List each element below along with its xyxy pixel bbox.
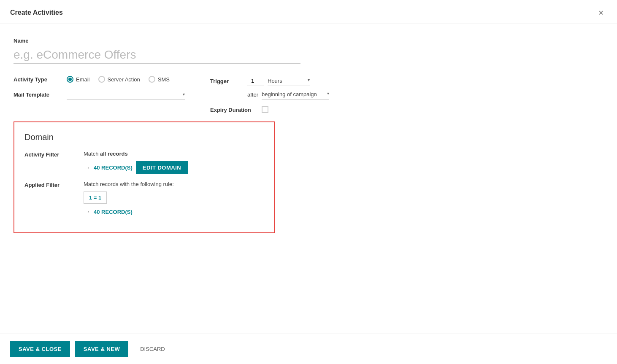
radio-server-action-label: Server Action [108,76,140,83]
mail-template-select-wrapper[interactable]: ▾ [67,89,185,100]
radio-sms[interactable]: SMS [149,76,170,83]
mail-template-select[interactable] [67,91,183,97]
modal-header: Create Activities × [0,0,617,24]
activity-filter-match-text: Match all records [84,151,188,157]
activity-filter-content: Match all records → 40 RECORD(S) EDIT DO… [84,151,188,174]
activity-filter-row: Activity Filter Match all records → 40 R… [24,151,264,174]
applied-filter-row: Applied Filter Match records with the fo… [24,181,264,216]
activity-type-field: Activity Type Email Server Action [14,76,185,83]
arrow-right-icon: → [84,164,90,172]
chevron-down-icon: ▾ [183,92,185,97]
applied-filter-records-count[interactable]: 40 RECORD(S) [94,209,133,215]
save-new-button[interactable]: SAVE & NEW [75,341,128,357]
close-button[interactable]: × [595,7,607,19]
applied-filter-records-link: → 40 RECORD(S) [84,208,174,216]
activity-filter-records-count[interactable]: 40 RECORD(S) [94,164,133,171]
mail-template-label: Mail Template [14,92,60,98]
activity-filter-match-bold: all records [100,151,128,157]
applied-filter-match-text: Match records with the following rule: [84,181,174,187]
right-form-col: Trigger Hours Days Weeks Months ▾ [210,76,371,113]
edit-domain-button[interactable]: EDIT DOMAIN [136,161,188,174]
name-field-group: Name [14,38,603,64]
radio-server-action-circle [98,76,105,83]
radio-email-label: Email [76,76,90,83]
applied-filter-label: Applied Filter [24,181,75,188]
name-label: Name [14,38,603,44]
activity-type-label: Activity Type [14,76,60,83]
trigger-row: Trigger Hours Days Weeks Months ▾ [210,76,371,86]
expiry-duration-field: Expiry Duration [210,106,371,113]
radio-server-action[interactable]: Server Action [98,76,140,83]
domain-section: Domain Activity Filter Match all records… [14,121,275,233]
applied-filter-content: Match records with the following rule: 1… [84,181,174,216]
trigger-label: Trigger [210,78,244,84]
rule-box: 1 = 1 [84,191,107,204]
trigger-after-text: after [247,92,258,98]
name-input[interactable] [14,46,300,64]
activity-filter-label: Activity Filter [24,151,75,158]
radio-sms-circle [149,76,155,83]
radio-email[interactable]: Email [67,76,90,83]
modal-title: Create Activities [10,9,63,16]
expiry-duration-label: Expiry Duration [210,107,257,113]
rule-box-wrapper: 1 = 1 [84,191,174,204]
trigger-number-input[interactable] [247,76,264,86]
modal-footer: SAVE & CLOSE SAVE & NEW DISCARD [0,334,617,364]
radio-sms-label: SMS [158,76,170,83]
trigger-unit-wrapper: Hours Days Weeks Months ▾ [268,76,310,86]
trigger-section: Trigger Hours Days Weeks Months ▾ [210,76,371,100]
trigger-after-wrapper: beginning of campaign end of campaign ▾ [262,89,329,100]
applied-arrow-right-icon: → [84,208,90,216]
main-form-row: Activity Type Email Server Action [14,76,603,113]
trigger-unit-select[interactable]: Hours Days Weeks Months [268,76,310,86]
left-form-col: Activity Type Email Server Action [14,76,185,100]
trigger-after-row: after beginning of campaign end of campa… [210,89,371,100]
domain-title: Domain [24,132,264,142]
discard-button[interactable]: DISCARD [133,341,172,357]
activity-filter-records-link: → 40 RECORD(S) EDIT DOMAIN [84,161,188,174]
expiry-duration-checkbox[interactable] [262,106,268,113]
save-close-button[interactable]: SAVE & CLOSE [10,341,70,357]
activity-type-radio-group: Email Server Action SMS [67,76,170,83]
trigger-after-select[interactable]: beginning of campaign end of campaign [262,89,329,100]
modal-body: Name Activity Type Email [0,24,617,334]
mail-template-field: Mail Template ▾ [14,89,185,100]
radio-email-circle [67,76,73,83]
